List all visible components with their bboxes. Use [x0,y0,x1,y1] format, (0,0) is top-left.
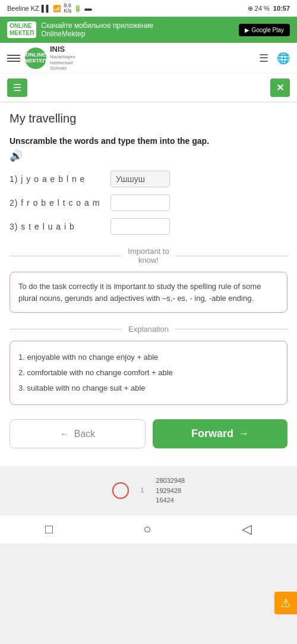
status-bar: Beeline KZ ▌▌ 📶 9.6 K/s 🔋 ▬ ⊕ 24 % 10:57 [0,0,297,17]
word-input-2[interactable] [110,194,170,211]
task-instruction: Unscramble the words and type them into … [10,136,287,146]
footer-area: 1 28032948 1929428 16424 [0,466,297,515]
word-input-1[interactable] [110,171,170,187]
info-text: To do the task correctly it is important… [18,282,261,303]
play-icon: ▶ [245,27,249,33]
notification-icon: ▬ [84,4,91,12]
divider-line-right [175,256,287,256]
explanation-divider-line-right [175,329,287,329]
banner-text: Скачайте мобильное приложениеOnlineMekte… [41,21,153,38]
divider-line-left [10,256,122,256]
forward-label: Forward [191,428,233,440]
important-label: Important toknow! [128,247,169,265]
battery-icon: 🔋 [74,5,82,12]
banner-logo: ONLINE МЕКТЕП [7,21,36,38]
nav-square-icon[interactable]: □ [33,517,65,542]
word-label-2: 2) f r o b e l t c o a m [10,198,105,208]
main-content: My travelling Unscramble the words and t… [0,102,297,466]
explanation-divider-line-left [10,329,122,329]
data-speed: 9.6 K/s [64,3,71,14]
explanation-box: 1. enjoyable with no change enjoy + able… [10,341,287,405]
back-label: Back [74,429,96,439]
explanation-item-3: 3. suitable with no change suit + able [18,381,279,396]
google-play-button[interactable]: ▶ Google Play [239,24,290,36]
forward-arrow-icon: → [238,428,249,440]
explanation-item-2: 2. comfortable with no change comfort + … [18,365,279,381]
back-arrow-icon: ← [60,429,69,439]
forward-button[interactable]: Forward → [153,419,287,448]
carrier-label: Beeline KZ [7,5,39,12]
word-row-3: 3) s t e l u a i b [10,218,287,235]
top-nav-right: ☰ 🌐 [259,52,290,65]
status-right: ⊕ 24 % 10:57 [248,5,290,12]
bottom-nav: □ ○ ◁ [0,515,297,544]
word-input-3[interactable] [110,218,170,235]
signal-icon: ▌▌ [42,5,51,12]
close-button[interactable]: ✕ [270,78,290,97]
nav-home-icon[interactable]: ○ [131,517,163,542]
explanation-item-1: 1. enjoyable with no change enjoy + able [18,350,279,365]
word-row-2: 2) f r o b e l t c o a m [10,194,287,211]
inis-logo: INIS NazarbayevIntellectualSchools [50,45,75,71]
info-box: To do the task correctly it is important… [10,272,287,313]
sub-nav: ☰ ✕ [0,74,297,102]
nav-back-icon[interactable]: ◁ [230,517,264,542]
banner-left: ONLINE МЕКТЕП Скачайте мобильное приложе… [7,21,153,38]
nav-buttons: ← Back Forward → [10,419,287,448]
audio-button[interactable]: 🔊 [10,149,23,162]
back-button[interactable]: ← Back [10,419,146,448]
word-row-1: 1) j y o a e b l n e [10,171,287,187]
banner: ONLINE МЕКТЕП Скачайте мобильное приложе… [0,17,297,43]
battery-percent: ⊕ 24 % [248,5,270,12]
language-icon[interactable]: 🌐 [277,52,290,65]
warning-badge[interactable]: ⚠ [274,592,297,614]
footer-circle [112,482,129,499]
list-view-icon[interactable]: ☰ [259,52,268,65]
time-label: 10:57 [273,5,290,12]
footer-small-label: 1 [141,487,144,494]
word-label-3: 3) s t e l u a i b [10,222,105,231]
important-divider: Important toknow! [10,247,287,265]
top-nav-left: ONLINEМЕКТЕП INIS NazarbayevIntellectual… [7,45,75,71]
explanation-divider: Explanation [10,325,287,334]
status-left: Beeline KZ ▌▌ 📶 9.6 K/s 🔋 ▬ [7,3,91,14]
online-mektep-logo: ONLINEМЕКТЕП [25,48,46,69]
wifi-icon: 📶 [53,5,61,12]
footer-numbers: 28032948 1929428 16424 [156,476,185,505]
warning-icon: ⚠ [280,596,291,610]
word-label-1: 1) j y o a e b l n e [10,174,105,184]
top-nav-logos: ONLINEМЕКТЕП INIS NazarbayevIntellectual… [25,45,75,71]
top-nav: ONLINEМЕКТЕП INIS NazarbayevIntellectual… [0,43,297,74]
menu-button[interactable]: ☰ [7,78,27,97]
page-title: My travelling [10,112,287,125]
hamburger-menu-icon[interactable] [7,55,20,62]
explanation-label: Explanation [128,325,169,334]
